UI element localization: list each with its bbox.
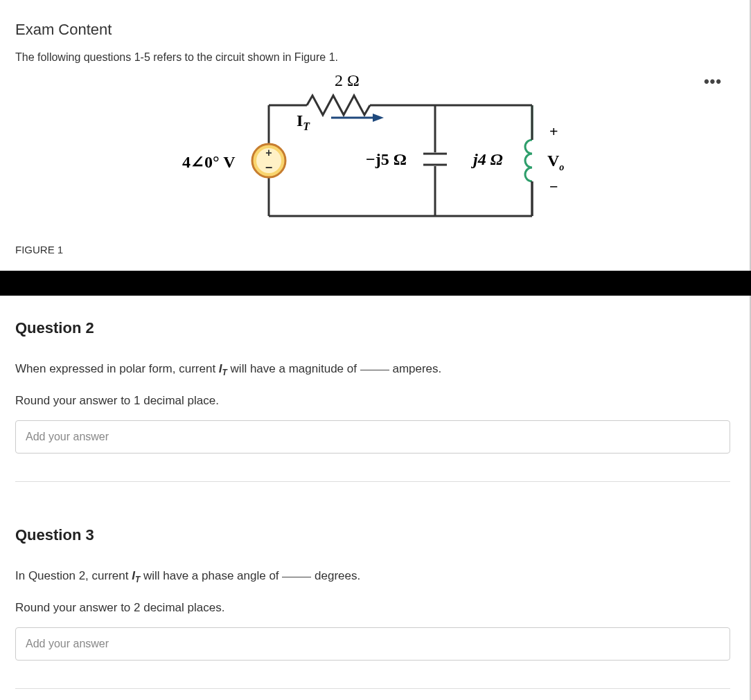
exam-title: Exam Content xyxy=(15,21,730,39)
vo-V: V xyxy=(547,152,560,170)
question-text: When expressed in polar form, current IT… xyxy=(15,361,730,379)
resistor-label: 2 Ω xyxy=(335,71,360,89)
source-minus: − xyxy=(265,161,273,174)
blank-line xyxy=(360,370,389,370)
question-divider xyxy=(15,481,730,482)
figure-caption: FIGURE 1 xyxy=(15,244,730,255)
exam-header-panel: Exam Content The following questions 1-5… xyxy=(0,0,751,271)
inductor-label: j4 Ω xyxy=(470,150,503,168)
svg-marker-4 xyxy=(373,114,384,122)
question-title: Question 3 xyxy=(15,526,730,544)
current-I: I xyxy=(297,111,303,129)
blank-line xyxy=(282,577,311,577)
question-title: Question 2 xyxy=(15,319,730,337)
exam-intro: The following questions 1-5 refers to th… xyxy=(15,51,730,64)
current-arrow xyxy=(331,114,384,122)
answer-input[interactable] xyxy=(15,627,730,661)
top-wire xyxy=(269,96,532,115)
vo-minus: − xyxy=(549,178,558,195)
source-plus: + xyxy=(265,147,272,159)
q3-mid: will have a phase angle of xyxy=(140,569,282,582)
circuit-diagram: 2 Ω IT + − xyxy=(158,71,587,237)
question-divider xyxy=(15,688,730,689)
question-3-panel: Question 3 In Question 2, current IT wil… xyxy=(0,503,751,700)
panel-divider xyxy=(0,271,751,296)
capacitor-branch xyxy=(423,105,447,216)
question-2-panel: Question 2 When expressed in polar form,… xyxy=(0,296,751,503)
svg-text:IT: IT xyxy=(297,111,310,132)
vo-plus: + xyxy=(549,123,558,140)
circuit-figure: 2 Ω IT + − xyxy=(15,71,730,237)
round-note: Round your answer to 2 decimal places. xyxy=(15,601,730,615)
current-symbol: IT xyxy=(219,362,227,375)
current-T: T xyxy=(303,120,310,132)
q2-suffix: amperes. xyxy=(389,362,442,375)
question-text: In Question 2, current IT will have a ph… xyxy=(15,568,730,586)
answer-input[interactable] xyxy=(15,420,730,454)
current-symbol: IT xyxy=(132,569,140,582)
svg-text:Vo: Vo xyxy=(547,152,564,172)
q2-mid: will have a magnitude of xyxy=(227,362,360,375)
q3-prefix: In Question 2, current xyxy=(15,569,132,582)
vo-o: o xyxy=(559,162,564,172)
q3-suffix: degrees. xyxy=(311,569,360,582)
capacitor-label: −j5 Ω xyxy=(366,150,407,168)
source-label: 4∠0° V xyxy=(182,153,236,171)
q2-prefix: When expressed in polar form, current xyxy=(15,362,219,375)
round-note: Round your answer to 1 decimal place. xyxy=(15,394,730,408)
